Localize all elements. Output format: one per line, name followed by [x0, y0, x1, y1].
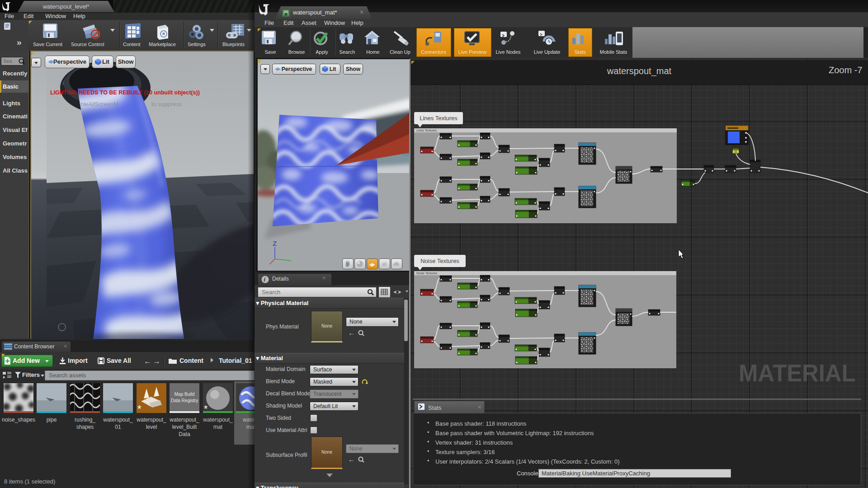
svg-text:to suppress: to suppress [151, 101, 182, 108]
svg-text:bleAllScreenM: bleAllScreenM [80, 101, 118, 108]
svg-text:Z: Z [273, 239, 277, 247]
svg-text:Data Registry: Data Registry [171, 398, 198, 403]
svg-text:LIGHTING NEEDS TO BE REBUILT (: LIGHTING NEEDS TO BE REBUILT (10 unbuilt… [50, 89, 200, 96]
svg-text:Map Build: Map Build [175, 392, 194, 397]
